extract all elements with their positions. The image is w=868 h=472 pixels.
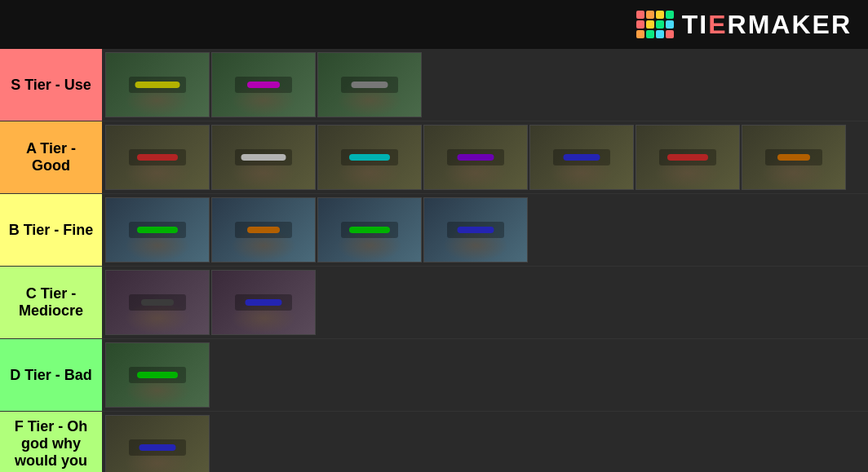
gun-color — [247, 227, 280, 233]
logo-dot-7 — [656, 20, 664, 29]
weapon-image — [106, 198, 209, 262]
f-tier-label: F Tier - Ohgod whywould youuse this — [0, 412, 102, 472]
weapon-image — [424, 198, 527, 262]
list-item — [636, 125, 740, 190]
b-tier-content — [102, 194, 868, 266]
gun-color — [137, 154, 178, 161]
list-item — [317, 52, 422, 117]
weapon-image — [106, 53, 209, 117]
logo-dot-10 — [646, 30, 654, 38]
weapon-image — [106, 343, 209, 407]
tier-table: S Tier - Use A — [0, 49, 868, 472]
c-tier-label: C Tier -Mediocre — [0, 267, 102, 338]
d-tier-label: D Tier - Bad — [0, 339, 102, 411]
b-tier-label: B Tier - Fine — [0, 194, 102, 266]
weapon-image — [318, 198, 421, 262]
gun-color — [247, 82, 280, 88]
list-item — [742, 125, 846, 190]
c-tier-row: C Tier -Mediocre — [0, 267, 868, 339]
gun-color — [137, 227, 178, 233]
s-tier-content — [102, 49, 868, 121]
logo-dot-2 — [646, 11, 654, 19]
list-item — [317, 197, 422, 262]
a-tier-row: A Tier - Good — [0, 121, 868, 194]
weapon-image — [318, 126, 421, 189]
a-tier-label: A Tier - Good — [0, 121, 102, 193]
weapon-image — [318, 53, 421, 117]
logo-container: TieRMAKER — [636, 10, 852, 40]
list-item — [105, 125, 210, 190]
list-item — [317, 125, 422, 190]
weapon-image — [106, 416, 209, 472]
gun-color — [667, 154, 708, 161]
weapon-image — [636, 126, 739, 189]
logo-grid — [636, 11, 674, 38]
logo-dot-5 — [636, 20, 644, 29]
a-tier-content — [102, 121, 868, 193]
weapon-image — [212, 271, 315, 334]
header: TieRMAKER — [0, 0, 868, 49]
d-tier-row: D Tier - Bad — [0, 339, 868, 412]
logo-text: TieRMAKER — [682, 10, 852, 40]
logo-dot-8 — [666, 20, 674, 29]
logo-dot-12 — [666, 30, 674, 38]
list-item — [105, 52, 210, 117]
s-tier-label: S Tier - Use — [0, 49, 102, 121]
gun-color — [135, 82, 180, 88]
gun-color — [141, 299, 174, 306]
list-item — [423, 197, 528, 262]
gun-color — [458, 227, 494, 233]
logo-dot-6 — [646, 20, 654, 29]
list-item — [211, 270, 316, 335]
f-tier-row: F Tier - Ohgod whywould youuse this — [0, 412, 868, 472]
weapon-image — [212, 126, 315, 189]
list-item — [211, 125, 316, 190]
f-tier-content — [102, 412, 868, 472]
s-tier-row: S Tier - Use — [0, 49, 868, 121]
list-item — [105, 270, 210, 335]
gun-color — [777, 154, 810, 161]
list-item — [423, 125, 528, 190]
list-item — [211, 197, 316, 262]
weapon-image — [106, 126, 209, 189]
list-item — [211, 52, 316, 117]
gun-color — [564, 154, 600, 161]
weapon-image — [530, 126, 633, 189]
logo-dot-9 — [636, 30, 644, 38]
weapon-image — [106, 271, 209, 334]
logo-dot-3 — [656, 11, 664, 19]
gun-color — [349, 154, 390, 161]
gun-color — [137, 372, 178, 378]
weapon-image — [212, 53, 315, 117]
weapon-image — [212, 198, 315, 262]
gun-color — [241, 154, 286, 161]
b-tier-row: B Tier - Fine — [0, 194, 868, 267]
logo-dot-11 — [656, 30, 664, 38]
list-item — [105, 415, 210, 472]
d-tier-content — [102, 339, 868, 411]
c-tier-content — [102, 267, 868, 338]
logo-dot-1 — [636, 11, 644, 19]
gun-color — [349, 227, 390, 233]
gun-color — [352, 82, 388, 88]
list-item — [105, 342, 210, 408]
list-item — [105, 197, 210, 262]
gun-color — [246, 299, 282, 306]
list-item — [529, 125, 634, 190]
weapon-image — [742, 126, 845, 189]
gun-color — [140, 444, 176, 451]
logo-dot-4 — [666, 11, 674, 19]
gun-color — [458, 154, 494, 161]
weapon-image — [424, 126, 527, 189]
